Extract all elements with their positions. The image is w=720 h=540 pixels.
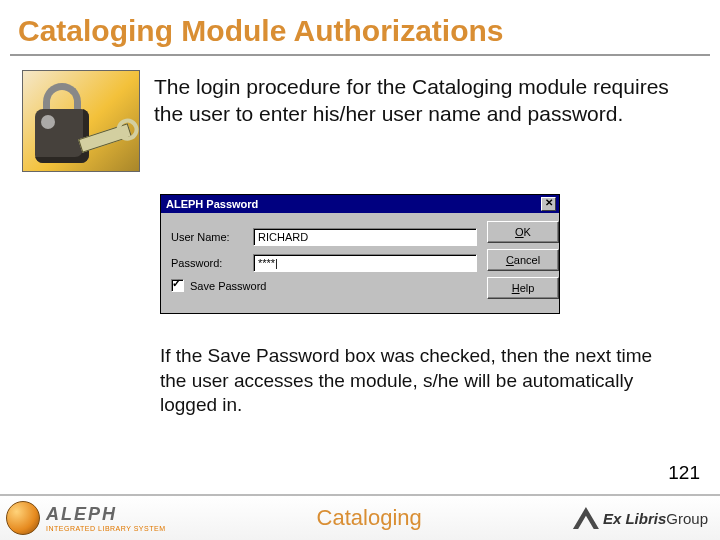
- intro-text: The login procedure for the Cataloging m…: [140, 70, 698, 172]
- dialog-buttons: OK Cancel Help: [477, 221, 553, 305]
- aleph-password-dialog: ALEPH Password ✕ User Name: RICHARD Pass…: [160, 194, 560, 314]
- dialog-title: ALEPH Password: [166, 198, 258, 210]
- padlock-clipart: [22, 70, 140, 172]
- footer: ALEPH INTEGRATED LIBRARY SYSTEM Catalogi…: [0, 494, 720, 540]
- globe-icon: [6, 501, 40, 535]
- dialog-fields: User Name: RICHARD Password: ****| Save …: [171, 221, 477, 305]
- aleph-text: ALEPH INTEGRATED LIBRARY SYSTEM: [46, 504, 165, 532]
- dialog-titlebar: ALEPH Password ✕: [161, 195, 559, 213]
- username-input[interactable]: RICHARD: [253, 228, 477, 246]
- content-row: The login procedure for the Cataloging m…: [0, 66, 720, 172]
- dialog-body: User Name: RICHARD Password: ****| Save …: [161, 213, 559, 313]
- dialog-wrap: ALEPH Password ✕ User Name: RICHARD Pass…: [0, 172, 720, 314]
- save-password-checkbox[interactable]: [171, 279, 184, 292]
- exlibris-em: Ex Libris: [603, 510, 666, 527]
- exlibris-icon: [573, 507, 599, 529]
- password-label: Password:: [171, 257, 253, 269]
- page-title: Cataloging Module Authorizations: [0, 0, 720, 54]
- close-icon[interactable]: ✕: [541, 197, 556, 211]
- aleph-subtitle: INTEGRATED LIBRARY SYSTEM: [46, 525, 165, 532]
- help-button[interactable]: Help: [487, 277, 559, 299]
- password-row: Password: ****|: [171, 253, 477, 273]
- exlibris-rest: Group: [666, 510, 708, 527]
- save-password-label: Save Password: [190, 280, 266, 292]
- lock-shine-icon: [41, 115, 55, 129]
- username-row: User Name: RICHARD: [171, 227, 477, 247]
- password-input[interactable]: ****|: [253, 254, 477, 272]
- ok-button[interactable]: OK: [487, 221, 559, 243]
- aleph-logo: ALEPH INTEGRATED LIBRARY SYSTEM: [0, 501, 165, 535]
- page-number: 121: [668, 462, 700, 484]
- aleph-name: ALEPH: [46, 504, 165, 525]
- title-underline: [10, 54, 710, 56]
- note-text: If the Save Password box was checked, th…: [0, 314, 720, 418]
- save-password-row: Save Password: [171, 279, 477, 292]
- cancel-button[interactable]: Cancel: [487, 249, 559, 271]
- exlibris-logo: Ex Libris Group: [573, 507, 720, 529]
- username-label: User Name:: [171, 231, 253, 243]
- footer-center: Cataloging: [165, 505, 572, 531]
